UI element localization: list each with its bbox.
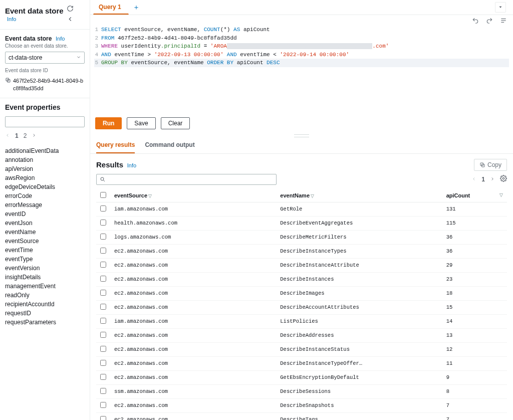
chevron-down-icon xyxy=(76,54,81,61)
event-property-item[interactable]: eventName xyxy=(5,228,85,237)
clear-button[interactable]: Clear xyxy=(161,117,190,129)
cell-eventname: DescribeMetricFilters xyxy=(276,230,442,244)
redo-icon[interactable] xyxy=(486,17,493,26)
cell-eventsource: ssm.amazonaws.com xyxy=(110,384,276,398)
event-property-item[interactable]: eventID xyxy=(5,209,85,219)
format-icon[interactable] xyxy=(500,17,507,26)
sidebar: Event data store Info Event data store I… xyxy=(0,0,90,420)
cell-eventsource: iam.amazonaws.com xyxy=(110,202,276,216)
datastore-select[interactable]: ct-data-store xyxy=(5,52,85,64)
cell-eventsource: ec2.amazonaws.com xyxy=(110,342,276,356)
col-eventsource[interactable]: eventSource xyxy=(114,192,147,198)
row-checkbox[interactable] xyxy=(100,332,106,338)
cell-apicount: 14 xyxy=(442,314,507,328)
event-property-item[interactable]: apiVersion xyxy=(5,164,85,173)
event-property-item[interactable]: insightDetails xyxy=(5,273,85,282)
event-property-item[interactable]: edgeDeviceDetails xyxy=(5,182,85,191)
row-checkbox[interactable] xyxy=(100,205,106,212)
table-row: ec2.amazonaws.comDescribeInstanceTypes36 xyxy=(96,244,507,258)
ep-prev-icon[interactable] xyxy=(5,132,10,139)
datastore-info-link[interactable]: Info xyxy=(56,36,65,42)
tab-menu-dropdown[interactable] xyxy=(495,2,506,13)
row-checkbox[interactable] xyxy=(100,248,106,254)
row-checkbox[interactable] xyxy=(100,262,106,268)
add-tab-button[interactable]: ＋ xyxy=(129,1,144,14)
run-button[interactable]: Run xyxy=(95,117,122,129)
save-button[interactable]: Save xyxy=(127,117,155,129)
event-property-item[interactable]: managementEvent xyxy=(5,282,85,291)
results-prev-icon[interactable] xyxy=(471,176,476,183)
event-property-item[interactable]: readOnly xyxy=(5,291,85,300)
row-checkbox[interactable] xyxy=(100,276,106,282)
results-info-link[interactable]: Info xyxy=(127,162,136,168)
row-checkbox[interactable] xyxy=(100,346,106,352)
col-eventname[interactable]: eventName xyxy=(280,192,310,198)
row-checkbox[interactable] xyxy=(100,234,106,240)
cell-eventname: DescribeInstanceStatus xyxy=(276,342,442,356)
event-property-item[interactable]: eventSource xyxy=(5,237,85,246)
event-property-item[interactable]: errorMessage xyxy=(5,200,85,209)
event-property-item[interactable]: additionalEventData xyxy=(5,146,85,155)
row-checkbox[interactable] xyxy=(100,318,106,324)
cell-eventname: DescribeInstances xyxy=(276,272,442,286)
cell-apicount: 9 xyxy=(442,370,507,384)
event-property-item[interactable]: eventType xyxy=(5,255,85,264)
refresh-icon[interactable] xyxy=(65,4,76,15)
settings-icon[interactable] xyxy=(500,175,507,183)
cell-eventsource: ec2.amazonaws.com xyxy=(110,398,276,412)
table-row: health.amazonaws.comDescribeEventAggrega… xyxy=(96,216,507,230)
event-property-item[interactable]: annotation xyxy=(5,155,85,164)
row-checkbox[interactable] xyxy=(100,290,106,296)
row-checkbox[interactable] xyxy=(100,402,106,408)
cell-apicount: 115 xyxy=(442,216,507,230)
row-checkbox[interactable] xyxy=(100,304,106,310)
cell-eventsource: ec2.amazonaws.com xyxy=(110,356,276,370)
cell-eventsource: ec2.amazonaws.com xyxy=(110,286,276,300)
cell-eventsource: health.amazonaws.com xyxy=(110,216,276,230)
cell-eventname: GetEbsEncryptionByDefault xyxy=(276,370,442,384)
event-property-item[interactable]: awsRegion xyxy=(5,173,85,182)
results-search-input[interactable] xyxy=(109,176,273,183)
table-row: ec2.amazonaws.comDescribeSnapshots7 xyxy=(96,398,507,412)
cell-eventname: DescribeInstanceAttribute xyxy=(276,258,442,272)
table-row: logs.amazonaws.comDescribeMetricFilters3… xyxy=(96,230,507,244)
copy-icon[interactable] xyxy=(5,77,11,84)
row-checkbox[interactable] xyxy=(100,416,106,421)
row-checkbox[interactable] xyxy=(100,388,106,394)
datastore-id-value: 467f2e52-84b9-4d41-8049-bc8f8fad35dd xyxy=(13,77,85,93)
row-checkbox[interactable] xyxy=(100,360,106,366)
undo-icon[interactable] xyxy=(472,17,479,26)
tab-command-output[interactable]: Command output xyxy=(145,141,194,153)
sidebar-info-link[interactable]: Info xyxy=(7,16,16,22)
event-property-item[interactable]: recipientAccountId xyxy=(5,300,85,309)
results-next-icon[interactable] xyxy=(490,176,495,183)
event-property-item[interactable]: eventTime xyxy=(5,246,85,255)
tab-query-1[interactable]: Query 1 xyxy=(93,0,129,15)
cell-eventname: DescribeInstanceTypeOffer… xyxy=(276,356,442,370)
ep-page-2[interactable]: 2 xyxy=(24,132,27,139)
copy-button[interactable]: Copy xyxy=(474,159,507,171)
event-properties-search-input[interactable] xyxy=(12,118,87,125)
table-row: ec2.amazonaws.comGetEbsEncryptionByDefau… xyxy=(96,370,507,384)
event-property-item[interactable]: requestParameters xyxy=(5,318,85,327)
select-all-checkbox[interactable] xyxy=(100,192,106,198)
tab-query-results[interactable]: Query results xyxy=(96,141,135,153)
collapse-sidebar-icon[interactable] xyxy=(65,15,76,25)
ep-next-icon[interactable] xyxy=(32,132,37,139)
event-property-item[interactable]: eventVersion xyxy=(5,264,85,273)
cell-apicount: 13 xyxy=(442,328,507,342)
row-checkbox[interactable] xyxy=(100,374,106,380)
results-search[interactable] xyxy=(96,174,277,185)
cell-eventsource: iam.amazonaws.com xyxy=(110,314,276,328)
table-row: ssm.amazonaws.comDescribeSessions8 xyxy=(96,384,507,398)
event-properties-search[interactable] xyxy=(5,116,85,127)
event-property-item[interactable]: eventJson xyxy=(5,219,85,228)
event-property-item[interactable]: requestID xyxy=(5,309,85,318)
sql-editor[interactable]: 1SELECT eventSource, eventName, COUNT(*)… xyxy=(90,26,513,67)
row-checkbox[interactable] xyxy=(100,220,106,226)
cell-eventname: DescribeInstanceTypes xyxy=(276,244,442,258)
table-row: ec2.amazonaws.comDescribeInstances23 xyxy=(96,272,507,286)
col-apicount[interactable]: apiCount xyxy=(446,192,470,198)
datastore-selected: ct-data-store xyxy=(9,54,42,61)
event-property-item[interactable]: errorCode xyxy=(5,191,85,200)
